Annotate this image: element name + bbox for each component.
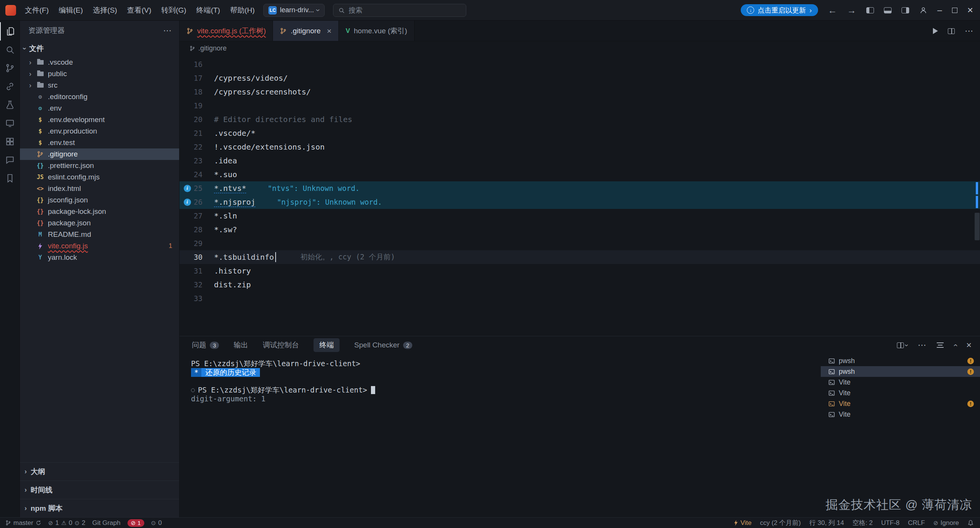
tab-debug-console[interactable]: 调试控制台: [263, 340, 299, 350]
global-search-input[interactable]: 搜索: [333, 4, 466, 17]
maximize-button[interactable]: [952, 8, 957, 13]
explorer-icon[interactable]: [0, 22, 20, 41]
file-name: src: [48, 81, 57, 90]
error-badge[interactable]: ⊘1: [127, 519, 144, 527]
file-item[interactable]: $.env.test: [20, 137, 179, 148]
tab-gitignore[interactable]: .gitignore ×: [273, 21, 338, 41]
tab-output[interactable]: 输出: [234, 340, 248, 350]
sync-icon[interactable]: [36, 520, 41, 526]
tab-terminal[interactable]: 终端: [314, 338, 340, 352]
file-item[interactable]: MREADME.md: [20, 229, 179, 240]
explorer-more-icon[interactable]: ⋯: [163, 26, 172, 36]
file-item[interactable]: {}.prettierrc.json: [20, 160, 179, 171]
editor-sessions-icon[interactable]: [0, 114, 20, 132]
tab-home-vue[interactable]: V home.vue (索引): [339, 21, 415, 41]
file-item-gitignore[interactable]: .gitignore: [20, 148, 179, 160]
chevron-right-icon: ›: [24, 486, 27, 494]
eol-status[interactable]: CRLF: [908, 519, 925, 527]
file-item[interactable]: {}package-lock.json: [20, 206, 179, 217]
outline-section[interactable]: ›大纲: [20, 462, 179, 481]
terminal-output[interactable]: PS E:\zzdsj\郑好学车\learn-drive-client> *还原…: [180, 354, 819, 517]
code-editor[interactable]: 16 17/cypress/videos/ 18/cypress/screens…: [180, 55, 980, 336]
file-item[interactable]: ⚙.editorconfig: [20, 91, 179, 103]
file-item[interactable]: $.env.development: [20, 114, 179, 125]
terminal-list-item[interactable]: Vite: [821, 409, 980, 420]
info-count[interactable]: ⊙0: [151, 519, 162, 527]
notifications-bell-icon[interactable]: [967, 520, 974, 526]
menu-edit[interactable]: 编辑(E): [54, 0, 88, 21]
breadcrumb[interactable]: .gitignore: [180, 41, 980, 55]
branch-indicator[interactable]: master: [5, 519, 41, 527]
spell-ignore-status[interactable]: ⊘Ignore: [933, 519, 959, 527]
tab-vite-config[interactable]: vite.config.js (工作树): [180, 21, 273, 41]
tab-spell-checker[interactable]: Spell Checker2: [354, 341, 412, 349]
npm-scripts-section[interactable]: ›npm 脚本: [20, 499, 179, 517]
file-item-vite-config[interactable]: vite.config.js1: [20, 240, 179, 252]
menu-help[interactable]: 帮助(H): [225, 0, 260, 21]
forward-button[interactable]: →: [847, 5, 856, 16]
files-section-header[interactable]: › 文件: [20, 41, 179, 57]
file-item[interactable]: Yyarn.lock: [20, 252, 179, 263]
terminal-list-item[interactable]: Vite: [821, 377, 980, 388]
menu-file[interactable]: 文件(F): [20, 0, 54, 21]
chevron-down-icon[interactable]: ›: [903, 344, 911, 346]
close-button[interactable]: ×: [967, 4, 973, 16]
close-icon[interactable]: ×: [327, 26, 332, 36]
menu-selection[interactable]: 选择(S): [88, 0, 122, 21]
filter-icon[interactable]: [937, 342, 944, 348]
file-item[interactable]: ›public: [20, 68, 179, 80]
git-graph-button[interactable]: Git Graph: [92, 519, 121, 527]
vite-status[interactable]: Vite: [734, 519, 751, 527]
terminal-list-item[interactable]: Vite!: [821, 398, 980, 409]
account-icon[interactable]: [919, 6, 928, 15]
cursor-position[interactable]: 行 30, 列 14: [809, 518, 844, 527]
toggle-panel-icon[interactable]: [884, 7, 892, 13]
split-editor-icon[interactable]: [948, 28, 955, 34]
testing-icon[interactable]: [0, 96, 20, 114]
bookmarks-icon[interactable]: [0, 169, 20, 187]
file-item[interactable]: ›.vscode: [20, 57, 179, 68]
tab-problems[interactable]: 问题3: [192, 340, 219, 350]
run-file-icon[interactable]: [933, 28, 938, 34]
more-actions-icon[interactable]: ⋯: [918, 340, 927, 350]
file-item[interactable]: JSeslint.config.mjs: [20, 171, 179, 183]
terminal-list-item-selected[interactable]: pwsh!: [821, 366, 980, 377]
blame-status[interactable]: ccy (2 个月前): [760, 518, 801, 527]
minimize-button[interactable]: –: [938, 5, 942, 15]
section-label: 时间线: [31, 485, 52, 495]
source-control-icon[interactable]: [0, 59, 20, 77]
problems-indicator[interactable]: ⊘1 ⚠0 ⊙2: [48, 519, 85, 527]
workspace-selector[interactable]: LC learn-driv... ›: [263, 4, 324, 17]
timeline-section[interactable]: ›时间线: [20, 481, 179, 499]
file-item[interactable]: ⚙.env: [20, 103, 179, 114]
explorer-header: 资源管理器 ⋯: [20, 21, 179, 41]
search-icon[interactable]: [0, 41, 20, 59]
file-item[interactable]: <>index.html: [20, 183, 179, 194]
menu-view[interactable]: 查看(V): [122, 0, 156, 21]
file-item[interactable]: {}package.json: [20, 217, 179, 229]
remote-explorer-icon[interactable]: [0, 77, 20, 96]
more-actions-icon[interactable]: ⋯: [965, 26, 974, 36]
maximize-panel-icon[interactable]: ›: [951, 344, 959, 347]
info-icon[interactable]: i: [184, 185, 191, 192]
encoding-status[interactable]: UTF-8: [881, 519, 900, 527]
info-icon[interactable]: i: [184, 199, 191, 206]
menu-terminal[interactable]: 终端(T): [191, 0, 225, 21]
back-button[interactable]: ←: [828, 5, 837, 16]
extensions-icon[interactable]: [0, 132, 20, 151]
file-item[interactable]: {}jsconfig.json: [20, 194, 179, 206]
menu-goto[interactable]: 转到(G): [156, 0, 191, 21]
restart-update-button[interactable]: ↓ 点击重启以更新 ›: [741, 4, 818, 16]
file-item[interactable]: $.env.production: [20, 125, 179, 137]
chat-icon[interactable]: [0, 151, 20, 169]
terminal-list-item[interactable]: pwsh!: [821, 355, 980, 366]
terminal-list-item[interactable]: Vite: [821, 388, 980, 398]
toggle-sidebar-icon[interactable]: [866, 7, 874, 13]
file-item[interactable]: ›src: [20, 80, 179, 91]
toggle-secondary-sidebar-icon[interactable]: [902, 7, 909, 13]
close-panel-icon[interactable]: ×: [966, 340, 972, 350]
command-decoration-icon[interactable]: [191, 388, 195, 392]
breadcrumb-item[interactable]: .gitignore: [198, 44, 227, 52]
editor-scrollbar[interactable]: [975, 213, 980, 240]
indentation-status[interactable]: 空格: 2: [853, 518, 873, 527]
